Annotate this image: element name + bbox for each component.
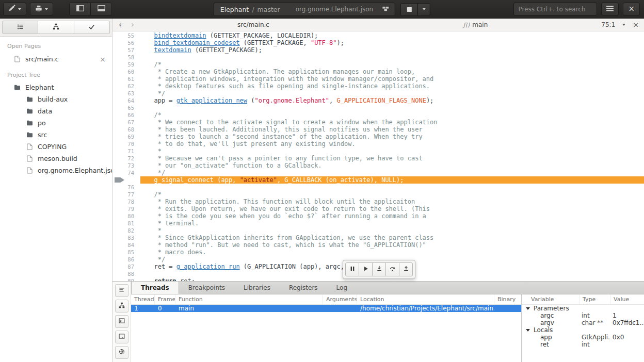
surface-menu-button[interactable] (3, 3, 26, 15)
close-page-icon[interactable]: × (100, 56, 106, 63)
sidebar-tab-pages[interactable] (2, 21, 38, 34)
code-line-68[interactable]: 68 * has been lauched. Additionally, thi… (112, 126, 644, 133)
debug-step-out-button[interactable] (399, 262, 413, 276)
code-line-63[interactable]: 63 */ (112, 90, 644, 97)
code-line-81[interactable]: 81 * terminal. (112, 220, 644, 227)
build-button[interactable] (379, 4, 392, 15)
panel-button-runtime-terminal[interactable] (115, 331, 128, 343)
close-editor-button[interactable]: × (633, 21, 639, 29)
panel-tab-log[interactable]: Log (327, 282, 357, 294)
code-line-69[interactable]: 69 * tries to launch a "second instance"… (112, 133, 644, 140)
line-number[interactable]: 81 (112, 220, 140, 227)
disclosure-triangle-icon[interactable] (526, 329, 530, 332)
line-number[interactable]: 76 (112, 184, 140, 191)
line-number[interactable]: 63 (112, 90, 140, 97)
tree-item-data[interactable]: data (0, 105, 112, 117)
line-number[interactable]: 74 (112, 169, 140, 176)
debug-continue-button[interactable] (359, 262, 373, 276)
line-number[interactable] (112, 176, 140, 184)
code-line-64[interactable]: 64 app = gtk_application_new ("org.gnome… (112, 97, 644, 104)
sidebar-tab-tests[interactable] (74, 21, 110, 34)
code-line-76[interactable]: 76 (112, 184, 644, 191)
code-line-80[interactable]: 80 * is the code you see when you do `ec… (112, 212, 644, 220)
variable-ret[interactable]: retint (522, 341, 644, 348)
line-number[interactable]: 64 (112, 97, 140, 104)
disclosure-triangle-icon[interactable] (526, 307, 530, 310)
code-line-72[interactable]: 72 * Because we can't pass a pointer to … (112, 155, 644, 162)
line-number[interactable]: 89 (112, 277, 140, 281)
code-line-79[interactable]: 79 * exits. Upon return, we have our exi… (112, 205, 644, 212)
close-window-button[interactable]: × (623, 3, 640, 15)
code-line-57[interactable]: 57 textdomain (GETTEXT_PACKAGE); (112, 46, 644, 54)
code-line-77[interactable]: 77 /* (112, 191, 644, 198)
line-number[interactable]: 86 (112, 256, 140, 263)
line-number[interactable]: 66 (112, 111, 140, 119)
line-number[interactable]: 78 (112, 198, 140, 205)
line-number[interactable]: 73 (112, 162, 140, 169)
code-line-83[interactable]: 83 * Since GtkApplication inherits from … (112, 234, 644, 241)
line-number[interactable]: 79 (112, 205, 140, 212)
panel-tab-libraries[interactable]: Libraries (234, 282, 280, 294)
line-number[interactable]: 56 (112, 39, 140, 46)
open-page-item[interactable]: src/main.c× (0, 53, 112, 65)
run-options-button[interactable] (417, 3, 430, 16)
code-line-67[interactable]: 67 * We connect to the activate signal t… (112, 119, 644, 126)
line-number[interactable]: 61 (112, 75, 140, 83)
line-number[interactable]: 60 (112, 68, 140, 75)
code-line-84[interactable]: 84 * method "run". But we need to cast, … (112, 241, 644, 249)
line-number[interactable]: 70 (112, 140, 140, 147)
panel-button-network[interactable] (115, 346, 128, 359)
variable-group-locals[interactable]: Locals (522, 326, 644, 334)
line-number[interactable]: 87 (112, 263, 140, 270)
code-line-66[interactable]: 66 /* (112, 111, 644, 119)
panel-tab-registers[interactable]: Registers (280, 282, 327, 294)
panel-tab-breakpoints[interactable]: Breakpoints (179, 282, 234, 294)
nav-back-button[interactable]: ‹ (119, 19, 122, 31)
line-number[interactable]: 83 (112, 234, 140, 241)
panel-tab-threads[interactable]: Threads (131, 282, 179, 294)
code-line-71[interactable]: 71 * (112, 147, 644, 155)
omnibar[interactable]: Elephant / master org.gnome.Elephant.jso… (214, 3, 395, 16)
code-line-73[interactable]: 73 * our "on_activate" function to a GCa… (112, 162, 644, 169)
toggle-left-panel-button[interactable] (69, 3, 91, 15)
tree-item-copying[interactable]: COPYING (0, 141, 112, 153)
code-line-60[interactable]: 60 * Create a new GtkApplication. The ap… (112, 68, 644, 75)
debug-step-over-button[interactable] (385, 262, 399, 276)
line-number[interactable]: 88 (112, 270, 140, 277)
line-number[interactable]: 57 (112, 46, 140, 54)
tree-item-po[interactable]: po (0, 117, 112, 129)
variable-argc[interactable]: argcint1 (522, 312, 644, 319)
panel-button-terminal[interactable] (115, 315, 128, 328)
line-number[interactable]: 62 (112, 83, 140, 90)
menu-button[interactable] (601, 3, 619, 15)
code-line-74[interactable]: 74 */ (112, 169, 644, 176)
line-number[interactable]: 77 (112, 191, 140, 198)
line-number[interactable]: 67 (112, 119, 140, 126)
line-number[interactable]: 71 (112, 147, 140, 155)
debug-step-in-button[interactable] (372, 262, 386, 276)
current-symbol-button[interactable]: ƒ() main (463, 19, 488, 31)
build-profile-button[interactable] (30, 3, 53, 15)
code-lines[interactable]: 55 bindtextdomain (GETTEXT_PACKAGE, LOCA… (112, 31, 644, 281)
line-number[interactable]: 72 (112, 155, 140, 162)
line-number[interactable]: 65 (112, 104, 140, 111)
debug-pause-button[interactable] (345, 262, 359, 276)
code-line-59[interactable]: 59 /* (112, 61, 644, 68)
tree-item-build-aux[interactable]: build-aux (0, 93, 112, 105)
thread-row[interactable]: 10main/home/christian/Projects/Elephant/… (131, 305, 521, 312)
tree-item-src[interactable]: src (0, 129, 112, 141)
editor-menu-caret-icon[interactable] (622, 24, 625, 26)
line-number[interactable]: 84 (112, 241, 140, 249)
tree-item-elephant[interactable]: Elephant (0, 81, 112, 93)
line-number[interactable]: 80 (112, 212, 140, 220)
sidebar-tab-build[interactable] (38, 21, 74, 34)
panel-button-project-tree[interactable] (115, 300, 128, 312)
code-line-78[interactable]: 78 * Run the application. This function … (112, 198, 644, 205)
code-line-61[interactable]: 61 * application windows, integration wi… (112, 75, 644, 83)
code-line-65[interactable]: 65 (112, 104, 644, 111)
code-line-70[interactable]: 70 * to do that, we'll just present any … (112, 140, 644, 147)
line-number[interactable]: 55 (112, 32, 140, 39)
code-line-82[interactable]: 82 * (112, 227, 644, 234)
line-number[interactable]: 59 (112, 61, 140, 68)
variable-group-parameters[interactable]: Parameters (522, 305, 644, 312)
